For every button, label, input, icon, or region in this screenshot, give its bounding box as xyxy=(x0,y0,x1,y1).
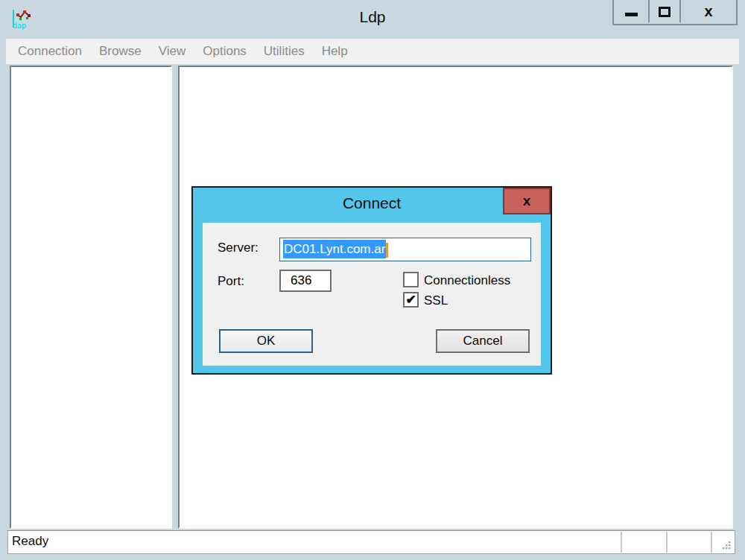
close-window-button[interactable]: x xyxy=(679,0,736,22)
connectionless-label: Connectionless xyxy=(424,273,510,288)
menu-connection[interactable]: Connection xyxy=(18,44,82,59)
text-caret xyxy=(386,243,388,258)
maximize-button[interactable] xyxy=(648,0,679,22)
menu-bar: Connection Browse View Options Utilities… xyxy=(6,39,739,64)
minimize-icon xyxy=(625,13,638,16)
connectionless-checkbox[interactable] xyxy=(403,272,419,287)
ssl-label: SSL xyxy=(424,293,448,308)
dialog-body: Server: DC01.Lynt.com.ar Port: 636 Conne… xyxy=(203,223,541,366)
tree-pane[interactable] xyxy=(10,66,172,529)
resize-grip-icon[interactable] xyxy=(720,539,732,551)
server-input-selected-text: DC01.Lynt.com.ar xyxy=(283,240,386,258)
cancel-button[interactable]: Cancel xyxy=(436,329,530,353)
port-label: Port: xyxy=(218,274,244,289)
maximize-icon xyxy=(659,7,670,17)
port-input[interactable]: 636 xyxy=(279,270,332,292)
menu-utilities[interactable]: Utilities xyxy=(264,44,305,59)
menu-help[interactable]: Help xyxy=(322,44,348,59)
status-pane-separator xyxy=(711,532,712,553)
status-pane-separator xyxy=(666,532,668,553)
status-bar: Ready xyxy=(7,530,735,554)
status-pane-separator xyxy=(621,532,622,553)
dialog-close-icon: x xyxy=(523,193,531,209)
menu-view[interactable]: View xyxy=(159,44,186,59)
dialog-close-button[interactable]: x xyxy=(503,188,551,214)
window-controls: x xyxy=(612,0,738,25)
server-label: Server: xyxy=(218,241,259,255)
ok-button[interactable]: OK xyxy=(219,329,313,353)
status-text: Ready xyxy=(12,534,48,549)
menu-browse[interactable]: Browse xyxy=(99,44,142,59)
server-input[interactable]: DC01.Lynt.com.ar xyxy=(279,238,531,261)
connect-dialog: Connect x Server: DC01.Lynt.com.ar Port:… xyxy=(191,186,552,375)
checkmark-icon: ✔ xyxy=(405,293,416,307)
menu-options[interactable]: Options xyxy=(203,44,247,59)
close-icon: x xyxy=(704,1,712,22)
ssl-checkbox[interactable]: ✔ xyxy=(403,292,419,308)
minimize-button[interactable] xyxy=(614,0,648,22)
title-bar: dap Ldp x xyxy=(0,0,745,39)
dialog-title: Connect xyxy=(193,194,551,212)
